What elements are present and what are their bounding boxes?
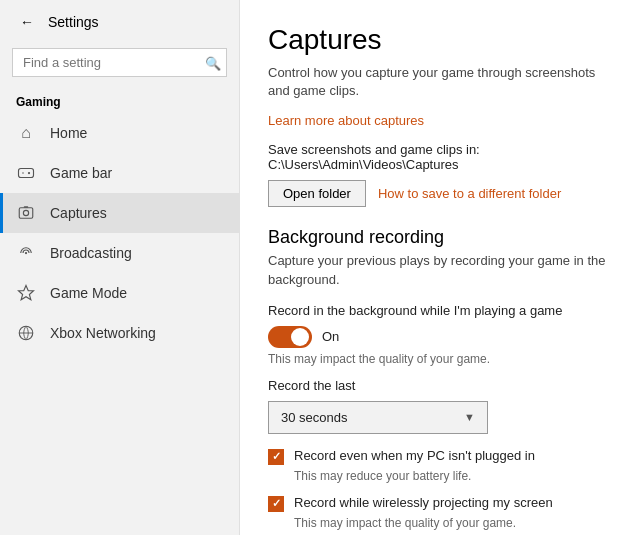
svg-point-2: [28, 172, 30, 174]
learn-more-link[interactable]: Learn more about captures: [268, 113, 424, 128]
sidebar-item-captures[interactable]: Captures: [0, 193, 239, 233]
background-toggle[interactable]: [268, 326, 312, 348]
background-recording-heading: Background recording: [268, 227, 612, 248]
open-folder-button[interactable]: Open folder: [268, 180, 366, 207]
svg-point-6: [25, 252, 27, 254]
checkbox1[interactable]: ✓: [268, 449, 284, 465]
sidebar: ← Settings 🔍 Gaming ⌂ Home Game bar Capt…: [0, 0, 240, 535]
captures-icon: [16, 203, 36, 223]
sidebar-item-captures-label: Captures: [50, 205, 107, 221]
svg-point-4: [23, 210, 28, 215]
record-last-dropdown-row: 30 seconds ▼: [268, 401, 612, 434]
sidebar-item-gamebar[interactable]: Game bar: [0, 153, 239, 193]
sidebar-item-xbox-networking-label: Xbox Networking: [50, 325, 156, 341]
sidebar-item-broadcasting-label: Broadcasting: [50, 245, 132, 261]
save-path-prefix: Save screenshots and game clips in:: [268, 142, 480, 157]
toggle-setting-label: Record in the background while I'm playi…: [268, 303, 612, 318]
search-icon[interactable]: 🔍: [205, 55, 221, 70]
toggle-hint: This may impact the quality of your game…: [268, 352, 612, 366]
sidebar-item-gamemode[interactable]: Game Mode: [0, 273, 239, 313]
background-recording-desc: Capture your previous plays by recording…: [268, 252, 612, 288]
svg-rect-0: [19, 169, 34, 178]
sidebar-item-xbox-networking[interactable]: Xbox Networking: [0, 313, 239, 353]
toggle-state-label: On: [322, 329, 339, 344]
main-content: Captures Control how you capture your ga…: [240, 0, 640, 535]
save-path-value: C:\Users\Admin\Videos\Captures: [268, 157, 459, 172]
search-input[interactable]: [12, 48, 227, 77]
broadcasting-icon: [16, 243, 36, 263]
record-last-label: Record the last: [268, 378, 612, 393]
svg-rect-3: [19, 208, 33, 219]
checkbox2-hint: This may impact the quality of your game…: [294, 516, 612, 530]
checkbox1-row: ✓ Record even when my PC isn't plugged i…: [268, 448, 612, 465]
svg-rect-5: [24, 206, 29, 208]
record-last-value: 30 seconds: [281, 410, 348, 425]
home-icon: ⌂: [16, 123, 36, 143]
sidebar-item-home-label: Home: [50, 125, 87, 141]
checkbox1-check: ✓: [272, 450, 281, 463]
gamemode-icon: [16, 283, 36, 303]
save-path-row: Save screenshots and game clips in: C:\U…: [268, 142, 612, 172]
background-toggle-row: On: [268, 326, 612, 348]
gaming-section-label: Gaming: [0, 85, 239, 113]
record-last-dropdown[interactable]: 30 seconds ▼: [268, 401, 488, 434]
checkbox1-label: Record even when my PC isn't plugged in: [294, 448, 535, 463]
page-description: Control how you capture your game throug…: [268, 64, 612, 100]
sidebar-item-gamebar-label: Game bar: [50, 165, 112, 181]
checkbox2-row: ✓ Record while wirelessly projecting my …: [268, 495, 612, 512]
xbox-networking-icon: [16, 323, 36, 343]
sidebar-header: ← Settings: [0, 0, 239, 44]
checkbox2-check: ✓: [272, 497, 281, 510]
sidebar-item-broadcasting[interactable]: Broadcasting: [0, 233, 239, 273]
checkbox2-label: Record while wirelessly projecting my sc…: [294, 495, 553, 510]
different-folder-link[interactable]: How to save to a different folder: [378, 186, 561, 201]
checkbox2[interactable]: ✓: [268, 496, 284, 512]
search-box: 🔍: [12, 48, 227, 77]
dropdown-arrow-icon: ▼: [464, 411, 475, 423]
folder-btn-row: Open folder How to save to a different f…: [268, 180, 612, 207]
gamebar-icon: [16, 163, 36, 183]
sidebar-item-gamemode-label: Game Mode: [50, 285, 127, 301]
sidebar-item-home[interactable]: ⌂ Home: [0, 113, 239, 153]
back-button[interactable]: ←: [16, 10, 38, 34]
checkbox1-hint: This may reduce your battery life.: [294, 469, 612, 483]
page-title: Captures: [268, 24, 612, 56]
sidebar-title: Settings: [48, 14, 99, 30]
